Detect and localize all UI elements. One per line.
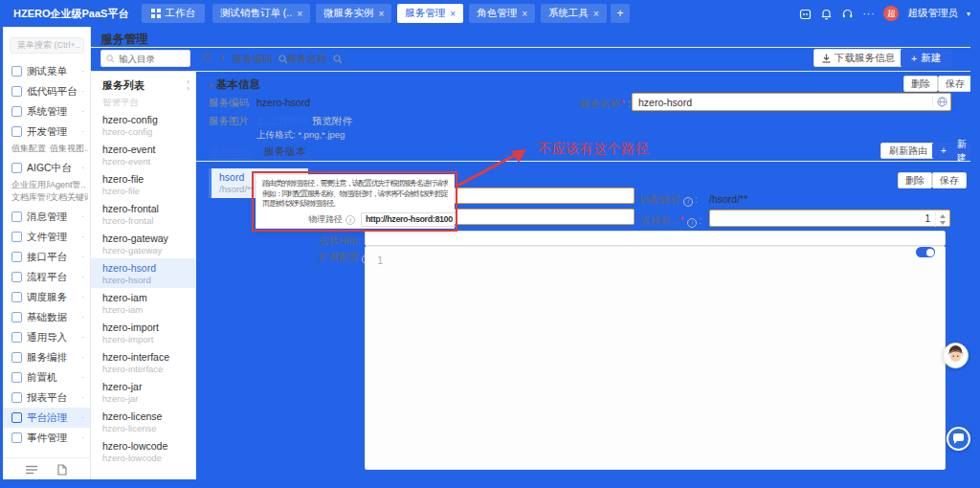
service-list-item[interactable]: hzero-confighzero-config bbox=[91, 110, 195, 140]
sidebar-item[interactable]: 服务编排· bbox=[3, 347, 90, 367]
menu-icon bbox=[11, 433, 22, 443]
topbar-tab[interactable]: 角色管理× bbox=[469, 4, 535, 23]
tab-close-icon[interactable]: × bbox=[379, 9, 385, 19]
search-icon bbox=[333, 55, 343, 64]
topbar-tab[interactable]: 服务管理× bbox=[397, 4, 463, 23]
tab-close-icon[interactable]: × bbox=[522, 9, 527, 19]
topbar-tab[interactable]: 测试销售订单 (..× bbox=[212, 4, 310, 23]
required-icon: * bbox=[679, 214, 683, 226]
directory-search-input[interactable] bbox=[100, 50, 190, 67]
editor-line-number: 1 bbox=[377, 255, 383, 266]
service-list-item[interactable]: hzero-importhzero-import bbox=[91, 318, 195, 347]
sidebar-subitem[interactable]: 值集视图.. bbox=[50, 143, 88, 155]
collapse-panel-icon[interactable]: ‹› bbox=[187, 78, 189, 92]
strip-prefix-label: 去掉前...*i: bbox=[640, 214, 702, 228]
service-list-item[interactable]: hzero-jarhzero-jar bbox=[91, 377, 195, 407]
topbar-tab[interactable]: 微服务实例× bbox=[316, 4, 391, 23]
sidebar-item[interactable]: 前置机· bbox=[3, 367, 90, 388]
filter-service-name[interactable]: 服务名称 bbox=[287, 53, 343, 66]
service-list-item[interactable]: hzero-interfacehzero-interface bbox=[91, 347, 195, 377]
ext-config-toggle[interactable] bbox=[916, 247, 935, 257]
sidebar-item[interactable]: 开发管理· bbox=[3, 122, 90, 142]
sidebar-item[interactable]: 平台治理· bbox=[3, 408, 90, 428]
service-list-item[interactable]: hzero-gatewayhzero-gateway bbox=[91, 229, 195, 258]
sidebar-item[interactable]: 系统管理· bbox=[3, 101, 90, 122]
page-title: 服务管理 bbox=[100, 32, 148, 48]
sidebar-item[interactable]: 流程平台· bbox=[3, 267, 90, 287]
sidebar-item[interactable]: 文件管理· bbox=[3, 227, 90, 247]
refresh-icon[interactable] bbox=[202, 52, 212, 62]
sidebar-item[interactable]: 基础数据· bbox=[3, 307, 90, 327]
sidebar-item-label: 接口平台 bbox=[27, 251, 77, 264]
refresh-routes-button[interactable]: 刷新路由 bbox=[880, 143, 936, 159]
download-service-info-button[interactable]: 下载服务信息 bbox=[813, 49, 903, 67]
topbar-tab[interactable]: 系统工具× bbox=[541, 4, 607, 23]
list-item-partial[interactable]: 智管平台 bbox=[91, 97, 195, 110]
workbench-tab[interactable]: 工作台 bbox=[142, 4, 205, 23]
sidebar-subitem[interactable]: 企业应用库 bbox=[11, 179, 50, 191]
service-list-item[interactable]: hzero-frontalhzero-frontal bbox=[91, 199, 195, 229]
document-icon[interactable] bbox=[57, 464, 67, 476]
new-service-button[interactable]: + 新建 bbox=[901, 49, 951, 67]
assistant-avatar[interactable] bbox=[943, 343, 969, 368]
search-icon bbox=[106, 55, 115, 63]
menu-list-icon[interactable] bbox=[26, 465, 37, 475]
bell-icon[interactable] bbox=[820, 8, 833, 20]
tab-service-routes[interactable]: 服务路由 bbox=[209, 144, 251, 159]
more-icon[interactable]: ··· bbox=[862, 9, 875, 19]
tab-close-icon[interactable]: × bbox=[593, 9, 599, 19]
tab-label: 角色管理 bbox=[477, 7, 517, 20]
sidebar-item[interactable]: 低代码平台· bbox=[3, 81, 90, 101]
sidebar-item[interactable]: AIGC中台· bbox=[3, 158, 90, 178]
add-tab-button[interactable]: + bbox=[611, 4, 630, 23]
service-name: hzero-hsord bbox=[102, 262, 195, 275]
chat-assistant-icon[interactable] bbox=[947, 427, 970, 451]
sidebar-subitem[interactable]: 文档关键词 bbox=[50, 191, 88, 204]
service-image-label: 服务图片 bbox=[209, 115, 249, 128]
collapse-filters-icon[interactable]: ▲ bbox=[219, 54, 226, 60]
tab-close-icon[interactable]: × bbox=[297, 9, 302, 19]
chevron-icon: · bbox=[81, 433, 84, 442]
headset-icon[interactable] bbox=[841, 8, 854, 20]
directory-search-field[interactable] bbox=[119, 54, 180, 64]
globe-icon[interactable] bbox=[932, 97, 947, 107]
user-name[interactable]: 超级管理员 bbox=[907, 7, 958, 20]
menu-search-input[interactable]: 菜单搜索 (Ctrl+.. bbox=[10, 37, 84, 54]
tab-close-icon[interactable]: × bbox=[450, 9, 456, 19]
service-name-input[interactable] bbox=[632, 93, 951, 111]
sidebar-item[interactable]: 报表平台· bbox=[3, 388, 90, 408]
route-delete-button[interactable]: 删除 bbox=[898, 172, 932, 189]
user-avatar[interactable]: 超 bbox=[883, 6, 899, 21]
menu-icon bbox=[11, 232, 22, 242]
basic-save-button[interactable]: 保存 bbox=[938, 76, 972, 92]
number-stepper[interactable] bbox=[935, 211, 948, 227]
sidebar-item-label: 调度服务 bbox=[27, 291, 77, 304]
chevron-icon: · bbox=[81, 253, 84, 261]
service-list-item[interactable]: hzero-filehzero-file bbox=[91, 169, 195, 199]
sidebar-subitem[interactable]: 值集配置 bbox=[11, 143, 50, 155]
sidebar-item[interactable]: 消息管理· bbox=[3, 207, 90, 227]
http-strip-input[interactable] bbox=[365, 231, 946, 246]
strip-prefix-input[interactable]: 1 bbox=[709, 210, 950, 227]
service-list-item[interactable]: hzero-lowcodehzero-lowcode bbox=[91, 436, 195, 466]
basic-delete-button[interactable]: 删除 bbox=[903, 76, 938, 92]
apps-icon[interactable] bbox=[799, 8, 812, 20]
sidebar-item[interactable]: 接口平台· bbox=[3, 247, 90, 267]
sidebar-subitem[interactable]: 文档库管理 bbox=[11, 191, 50, 204]
service-list-item[interactable]: hzero-hsordhzero-hsord bbox=[91, 258, 195, 288]
sidebar-item[interactable]: 测试菜单· bbox=[3, 61, 90, 81]
tab-service-versions[interactable]: 服务版本 bbox=[264, 144, 306, 159]
service-list-item[interactable]: hzero-iamhzero-iam bbox=[91, 288, 195, 318]
sidebar-item[interactable]: 事件管理· bbox=[3, 428, 90, 448]
sidebar-item[interactable]: 调度服务· bbox=[3, 287, 90, 307]
sidebar-item[interactable]: 通用导入· bbox=[3, 327, 90, 347]
basic-info-section[interactable]: ▾基本信息 bbox=[209, 78, 260, 92]
service-list-item[interactable]: hzero-eventhzero-event bbox=[91, 140, 195, 169]
sidebar-subitem[interactable]: Agent管.. bbox=[50, 179, 88, 191]
preview-attachment-link[interactable]: 预览附件 bbox=[312, 115, 352, 128]
filter-service-code[interactable]: 服务编码 bbox=[233, 53, 288, 66]
route-save-button[interactable]: 保存 bbox=[932, 172, 967, 189]
upload-attachment-link[interactable]: 上传附件 bbox=[256, 114, 308, 127]
service-list-item[interactable]: hzero-licensehzero-license bbox=[91, 407, 195, 436]
ext-config-editor[interactable]: 1 bbox=[365, 246, 946, 470]
